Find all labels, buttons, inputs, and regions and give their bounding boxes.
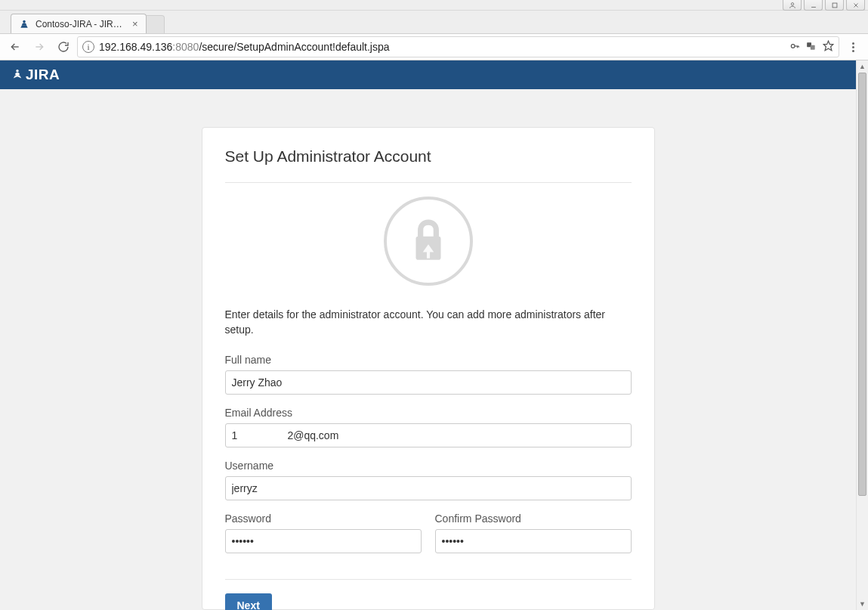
divider — [225, 579, 632, 580]
site-info-icon[interactable]: i — [82, 41, 94, 53]
tab-close-icon[interactable]: × — [132, 18, 138, 29]
setup-description: Enter details for the administrator acco… — [225, 307, 632, 337]
scroll-down-arrow-icon[interactable]: ▼ — [857, 598, 868, 610]
next-button[interactable]: Next — [225, 593, 272, 610]
address-bar[interactable]: i 192.168.49.136:8080/secure/SetupAdminA… — [77, 36, 839, 57]
setup-heading: Set Up Administrator Account — [225, 147, 632, 166]
username-label: Username — [225, 460, 632, 472]
page-content: Set Up Administrator Account Enter detai… — [0, 89, 856, 610]
svg-point-0 — [791, 2, 793, 5]
reload-button[interactable] — [53, 36, 74, 57]
forward-button — [29, 36, 50, 57]
confirm-password-label: Confirm Password — [435, 512, 632, 525]
password-label: Password — [225, 512, 422, 525]
svg-marker-9 — [823, 41, 833, 51]
browser-new-tab-button[interactable] — [144, 15, 165, 33]
save-password-icon[interactable] — [789, 41, 800, 54]
svg-point-6 — [791, 44, 795, 48]
scroll-up-arrow-icon[interactable]: ▲ — [857, 60, 868, 73]
confirm-password-input[interactable] — [435, 529, 632, 553]
username-input[interactable] — [225, 476, 632, 500]
scroll-track[interactable] — [857, 73, 868, 598]
svg-rect-12 — [426, 250, 429, 258]
os-minimize-button[interactable] — [804, 0, 823, 11]
svg-point-5 — [23, 20, 26, 23]
url-host: 192.168.49.136 — [99, 41, 172, 53]
page-viewport: JIRA Set Up Administrator Account Enter … — [0, 60, 868, 610]
app-header: JIRA — [0, 60, 856, 89]
password-input[interactable] — [225, 529, 422, 553]
full-name-label: Full name — [225, 354, 632, 366]
browser-tab-title: Contoso-JIRA - JIRA Se — [36, 19, 126, 29]
scroll-thumb[interactable] — [858, 73, 866, 496]
lock-illustration — [225, 197, 632, 286]
browser-menu-button[interactable] — [842, 36, 863, 57]
jira-logo-text: JIRA — [26, 67, 60, 83]
browser-tab-active[interactable]: Contoso-JIRA - JIRA Se × — [11, 14, 147, 33]
bookmark-star-icon[interactable] — [823, 40, 834, 54]
email-label: Email Address — [225, 407, 632, 419]
vertical-scrollbar[interactable]: ▲ ▼ — [856, 60, 868, 610]
url-path: /secure/SetupAdminAccount!default.jspa — [199, 41, 389, 53]
setup-card: Set Up Administrator Account Enter detai… — [202, 127, 655, 610]
lock-icon — [409, 218, 448, 265]
divider — [225, 182, 632, 183]
jira-logo: JIRA — [11, 67, 60, 83]
svg-rect-2 — [832, 3, 837, 8]
email-input[interactable] — [225, 423, 632, 447]
os-close-button[interactable] — [846, 0, 865, 11]
jira-favicon-icon — [19, 19, 29, 29]
os-user-icon[interactable] — [783, 0, 802, 11]
browser-toolbar: i 192.168.49.136:8080/secure/SetupAdminA… — [0, 33, 868, 60]
translate-icon[interactable] — [806, 41, 817, 54]
full-name-input[interactable] — [225, 370, 632, 395]
back-button[interactable] — [5, 36, 26, 57]
svg-point-10 — [16, 70, 18, 72]
svg-rect-8 — [811, 45, 815, 49]
url-port: :8080 — [172, 41, 199, 53]
os-maximize-button[interactable] — [825, 0, 844, 11]
os-titlebar — [0, 0, 868, 11]
browser-tabstrip: Contoso-JIRA - JIRA Se × — [0, 11, 868, 33]
